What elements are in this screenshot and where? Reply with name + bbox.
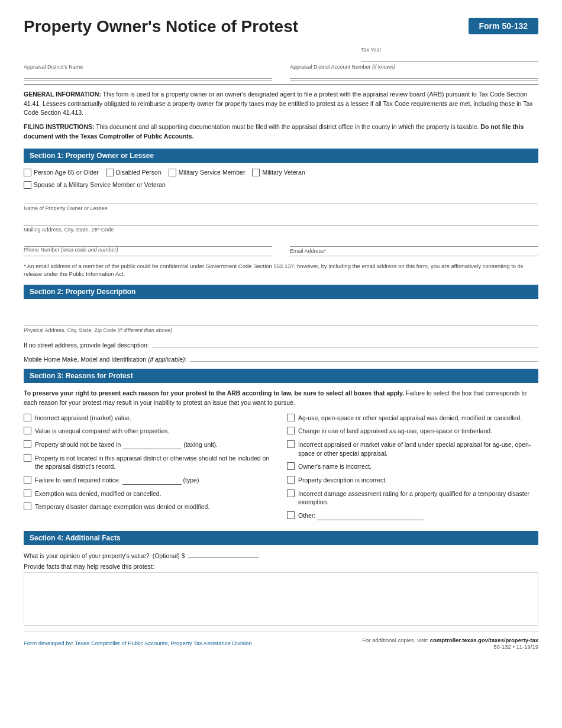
- reason-r4-checkbox[interactable]: [24, 454, 31, 462]
- phone-note: (area code and number): [61, 247, 118, 253]
- taxing-unit-input[interactable]: [122, 443, 182, 449]
- reason-r6-text: Exemption was denied, modified or cancel…: [35, 489, 162, 498]
- reason-unequal: Value is unequal compared with other pro…: [24, 427, 275, 436]
- notice-type-input[interactable]: [122, 478, 182, 485]
- mobile-home-input[interactable]: [190, 353, 539, 362]
- checkbox-age65-box[interactable]: [24, 169, 31, 176]
- reason-r4-text: Property is not located in this appraisa…: [35, 454, 275, 471]
- checkbox-spouse[interactable]: Spouse of a Military Service Member or V…: [24, 181, 166, 189]
- checkbox-spouse-box[interactable]: [24, 181, 31, 189]
- footer-right: For additional copies, visit: comptrolle…: [362, 637, 538, 650]
- physical-address-label: Physical Address, City, State, Zip Code …: [24, 327, 538, 333]
- reason-r11-text: Owner's name is incorrect.: [298, 462, 372, 471]
- reason-r3-checkbox[interactable]: [24, 440, 31, 448]
- reason-r14-text: Other:: [298, 511, 424, 520]
- opinion-note: (Optional) $: [153, 552, 185, 559]
- opinion-input[interactable]: [188, 551, 259, 558]
- facts-textarea[interactable]: [24, 572, 538, 626]
- reason-r10-text: Incorrect appraised or market value of l…: [298, 440, 538, 458]
- reason-r1-text: Incorrect appraised (market) value.: [35, 414, 131, 423]
- reason-r10-checkbox[interactable]: [287, 440, 295, 448]
- reason-failure-notice: Failure to send required notice. (type): [24, 476, 275, 485]
- reason-r1-checkbox[interactable]: [24, 414, 31, 421]
- phone-field: Phone Number (area code and number): [24, 239, 272, 256]
- footer-right-url: comptroller.texas.gov/taxes/property-tax: [430, 637, 538, 643]
- mailing-field: Mailing Address, City, State, ZIP Code: [24, 217, 538, 233]
- reason-r9-checkbox[interactable]: [287, 427, 295, 434]
- mobile-home-field: Mobile Home Make, Model and Identificati…: [24, 353, 538, 363]
- email-label: Email Address*: [290, 248, 538, 254]
- reasons-grid: Incorrect appraised (market) value. Valu…: [24, 414, 538, 525]
- reason-r6-checkbox[interactable]: [24, 489, 31, 497]
- appraisal-district-account-field: Appraisal District Account Number (if kn…: [290, 64, 538, 80]
- physical-address-field: Physical Address, City, State, Zip Code …: [24, 318, 538, 333]
- appraisal-district-name-label: Appraisal District's Name: [24, 64, 272, 70]
- tax-year-input[interactable]: [361, 53, 538, 62]
- reason-r5-checkbox[interactable]: [24, 476, 31, 484]
- appraisal-district-name-field: Appraisal District's Name: [24, 64, 272, 80]
- reason-r8-checkbox[interactable]: [287, 414, 295, 421]
- reason-r7-checkbox[interactable]: [24, 502, 31, 510]
- provide-facts-label: Provide facts that may help resolve this…: [24, 563, 538, 570]
- reasons-right-col: Ag-use, open-space or other special appr…: [287, 414, 538, 525]
- reason-other: Other:: [287, 511, 538, 520]
- no-street-input[interactable]: [152, 339, 538, 347]
- section3-intro-bold: To preserve your right to present each r…: [24, 389, 404, 397]
- name-input[interactable]: [24, 196, 538, 204]
- phone-input[interactable]: [24, 239, 272, 247]
- section1-checkboxes-row1: Person Age 65 or Older Disabled Person M…: [24, 169, 538, 176]
- reason-taxing-unit: Property should not be taxed in (taxing …: [24, 440, 275, 449]
- phone-email-row: Phone Number (area code and number) Emai…: [24, 239, 538, 256]
- checkbox-military-veteran-label: Military Veteran: [262, 169, 305, 176]
- footer-left-text: Form developed by: Texas Comptroller of …: [24, 640, 252, 646]
- reason-owner-name: Owner's name is incorrect.: [287, 462, 538, 471]
- reason-r9-text: Change in use of land appraised as ag-us…: [298, 427, 492, 436]
- mobile-home-note: (if applicable): [148, 356, 185, 363]
- reason-r8-text: Ag-use, open-space or other special appr…: [298, 414, 522, 423]
- reason-exemption: Exemption was denied, modified or cancel…: [24, 489, 275, 498]
- checkbox-disabled-box[interactable]: [106, 169, 114, 176]
- checkbox-military-member[interactable]: Military Service Member: [169, 169, 246, 176]
- reason-incorrect-land-value: Incorrect appraised or market value of l…: [287, 440, 538, 458]
- email-input[interactable]: [290, 239, 538, 247]
- checkbox-military-member-box[interactable]: [169, 169, 176, 176]
- reason-change-land-use: Change in use of land appraised as ag-us…: [287, 427, 538, 436]
- form-number: Form 50-132: [469, 18, 538, 34]
- checkbox-disabled[interactable]: Disabled Person: [106, 169, 162, 176]
- page-footer: Form developed by: Texas Comptroller of …: [24, 632, 538, 650]
- reason-r5-text: Failure to send required notice. (type): [35, 476, 199, 485]
- mobile-home-label: Mobile Home Make, Model and Identificati…: [24, 356, 187, 363]
- general-info-label: GENERAL INFORMATION:: [24, 91, 101, 98]
- section2-header: Section 2: Property Description: [24, 285, 538, 299]
- section3-intro: To preserve your right to present each r…: [24, 389, 538, 408]
- reason-market-value: Incorrect appraised (market) value.: [24, 414, 275, 423]
- no-street-field: If no street address, provide legal desc…: [24, 339, 538, 349]
- filing-instructions-block: FILING INSTRUCTIONS: This document and a…: [24, 123, 538, 141]
- name-label: Name of Property Owner or Lessee: [24, 205, 538, 211]
- appraisal-district-name-input[interactable]: [24, 70, 272, 79]
- section4-content: What is your opinion of your property's …: [24, 551, 538, 626]
- reason-r12-checkbox[interactable]: [287, 476, 295, 484]
- email-note: * An email address of a member of the pu…: [24, 262, 538, 278]
- appraisal-district-account-label: Appraisal District Account Number (if kn…: [290, 64, 538, 70]
- checkbox-disabled-label: Disabled Person: [116, 169, 162, 176]
- page-title: Property Owner's Notice of Protest: [24, 18, 298, 36]
- other-input[interactable]: [317, 514, 424, 520]
- reason-r14-checkbox[interactable]: [287, 511, 295, 519]
- appraisal-district-account-input[interactable]: [290, 70, 538, 79]
- page-header: Property Owner's Notice of Protest Form …: [24, 18, 538, 36]
- reason-r2-checkbox[interactable]: [24, 427, 31, 434]
- checkbox-age65[interactable]: Person Age 65 or Older: [24, 169, 99, 176]
- name-field: Name of Property Owner or Lessee: [24, 196, 538, 211]
- reason-r11-checkbox[interactable]: [287, 462, 295, 470]
- checkbox-military-veteran-box[interactable]: [252, 169, 260, 176]
- reason-not-located: Property is not located in this appraisa…: [24, 454, 275, 471]
- reason-r13-checkbox[interactable]: [287, 489, 295, 497]
- mailing-input[interactable]: [24, 217, 538, 226]
- checkbox-military-veteran[interactable]: Military Veteran: [252, 169, 305, 176]
- reason-ag-use-denied: Ag-use, open-space or other special appr…: [287, 414, 538, 423]
- checkbox-spouse-label: Spouse of a Military Service Member or V…: [34, 181, 166, 188]
- physical-address-input[interactable]: [24, 318, 538, 326]
- no-street-label: If no street address, provide legal desc…: [24, 342, 149, 349]
- account-label-note: (if known): [372, 64, 395, 70]
